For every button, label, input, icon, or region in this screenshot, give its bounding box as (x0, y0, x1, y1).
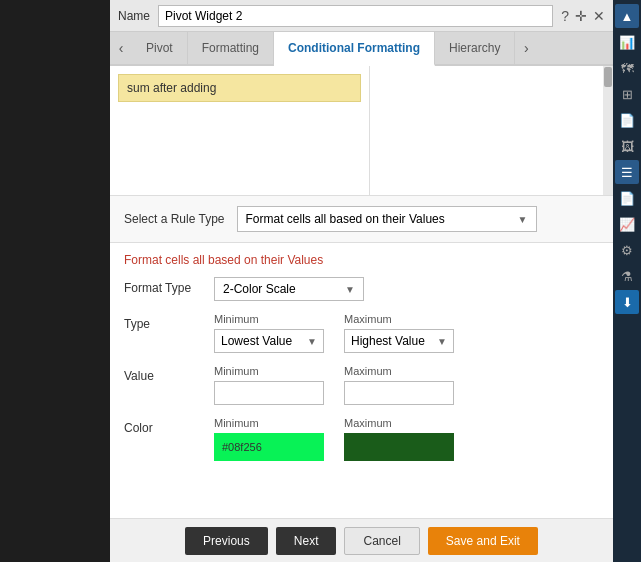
value-min-label: Minimum (214, 365, 324, 377)
help-icon[interactable]: ? (561, 8, 569, 24)
right-icon-download[interactable]: ⬇ (615, 290, 639, 314)
right-icon-top[interactable]: ▲ (615, 4, 639, 28)
bottom-bar: Previous Next Cancel Save and Exit (110, 518, 613, 562)
right-icon-gear[interactable]: ⚙ (615, 238, 639, 262)
tab-prev-nav[interactable]: ‹ (110, 31, 132, 65)
tab-next-nav[interactable]: › (515, 31, 537, 65)
value-max-label: Maximum (344, 365, 454, 377)
max-type-chevron: ▼ (437, 336, 447, 347)
scroll-thumb (604, 67, 612, 87)
min-type-select[interactable]: Lowest Value ▼ (214, 329, 324, 353)
value-max-group: Maximum (344, 365, 454, 405)
format-type-chevron: ▼ (345, 284, 355, 295)
content-area: sum after adding Select a Rule Type Form… (110, 66, 613, 562)
cancel-button[interactable]: Cancel (344, 527, 419, 555)
left-panel (0, 0, 110, 562)
max-col: Maximum Highest Value ▼ (344, 313, 454, 353)
right-icon-image[interactable]: 🖼 (615, 134, 639, 158)
right-icon-grid[interactable]: ⊞ (615, 82, 639, 106)
list-item[interactable]: sum after adding (118, 74, 361, 102)
scroll-indicator[interactable] (603, 66, 613, 195)
rule-type-select[interactable]: Format cells all based on their Values ▼ (237, 206, 537, 232)
right-icon-table[interactable]: ☰ (615, 160, 639, 184)
type-min-max: Minimum Lowest Value ▼ Maximum Highest V… (214, 313, 599, 353)
format-type-select[interactable]: 2-Color Scale ▼ (214, 277, 364, 301)
format-title: Format cells all based on their Values (124, 253, 599, 267)
color-content: Minimum #08f256 Maximum (214, 417, 599, 461)
format-type-row: Format Type 2-Color Scale ▼ (124, 277, 599, 301)
color-min-max: Minimum #08f256 Maximum (214, 417, 599, 461)
title-icons: ? ✛ ✕ (561, 8, 605, 24)
format-type-value: 2-Color Scale (223, 282, 296, 296)
type-row: Type Minimum Lowest Value ▼ Maximum (124, 313, 599, 353)
rule-type-chevron: ▼ (518, 214, 528, 225)
previous-button[interactable]: Previous (185, 527, 268, 555)
main-panel: Name ? ✛ ✕ ‹ Pivot Formatting Conditiona… (110, 0, 613, 562)
right-icon-flask[interactable]: ⚗ (615, 264, 639, 288)
min-type-value: Lowest Value (221, 334, 292, 348)
rule-type-value: Format cells all based on their Values (246, 212, 445, 226)
value-min-group: Minimum (214, 365, 324, 405)
rule-type-section: Select a Rule Type Format cells all base… (110, 196, 613, 243)
max-type-value: Highest Value (351, 334, 425, 348)
right-icon-chart-line[interactable]: 📈 (615, 212, 639, 236)
value-min-max: Minimum Maximum (214, 365, 599, 405)
tab-conditional-formatting[interactable]: Conditional Formatting (274, 32, 435, 66)
title-bar: Name ? ✛ ✕ (110, 0, 613, 32)
format-type-label: Format Type (124, 277, 214, 295)
name-label: Name (118, 9, 150, 23)
list-pane-right (370, 66, 613, 195)
color-row-label: Color (124, 417, 214, 435)
color-max-label: Maximum (344, 417, 454, 429)
min-color-value: #08f256 (222, 441, 262, 453)
save-exit-button[interactable]: Save and Exit (428, 527, 538, 555)
value-row-label: Value (124, 365, 214, 383)
format-type-content: 2-Color Scale ▼ (214, 277, 599, 301)
type-label: Type (124, 313, 214, 331)
list-section: sum after adding (110, 66, 613, 196)
list-pane: sum after adding (110, 66, 370, 195)
rule-type-label: Select a Rule Type (124, 212, 225, 226)
right-icons-panel: ▲ 📊 🗺 ⊞ 📄 🖼 ☰ 📄 📈 ⚙ ⚗ ⬇ (613, 0, 641, 562)
right-icon-doc[interactable]: 📄 (615, 108, 639, 132)
tab-hierarchy[interactable]: Hierarchy (435, 31, 515, 65)
min-color-swatch[interactable]: #08f256 (214, 433, 324, 461)
title-input[interactable] (158, 5, 553, 27)
value-content: Minimum Maximum (214, 365, 599, 405)
right-icon-chart-bar[interactable]: 📊 (615, 30, 639, 54)
format-section: Format cells all based on their Values F… (110, 243, 613, 518)
min-col: Minimum Lowest Value ▼ (214, 313, 324, 353)
color-row: Color Minimum #08f256 Maximum (124, 417, 599, 461)
max-color-swatch[interactable] (344, 433, 454, 461)
move-icon[interactable]: ✛ (575, 8, 587, 24)
color-min-group: Minimum #08f256 (214, 417, 324, 461)
value-min-input[interactable] (214, 381, 324, 405)
max-col-label: Maximum (344, 313, 454, 325)
color-max-group: Maximum (344, 417, 454, 461)
tab-formatting[interactable]: Formatting (188, 31, 274, 65)
value-max-input[interactable] (344, 381, 454, 405)
color-min-label: Minimum (214, 417, 324, 429)
min-col-label: Minimum (214, 313, 324, 325)
type-content: Minimum Lowest Value ▼ Maximum Highest V… (214, 313, 599, 353)
max-type-select[interactable]: Highest Value ▼ (344, 329, 454, 353)
tab-pivot[interactable]: Pivot (132, 31, 188, 65)
min-type-chevron: ▼ (307, 336, 317, 347)
right-icon-file[interactable]: 📄 (615, 186, 639, 210)
value-row: Value Minimum Maximum (124, 365, 599, 405)
right-icon-map[interactable]: 🗺 (615, 56, 639, 80)
tab-bar: ‹ Pivot Formatting Conditional Formattin… (110, 32, 613, 66)
next-button[interactable]: Next (276, 527, 337, 555)
close-icon[interactable]: ✕ (593, 8, 605, 24)
